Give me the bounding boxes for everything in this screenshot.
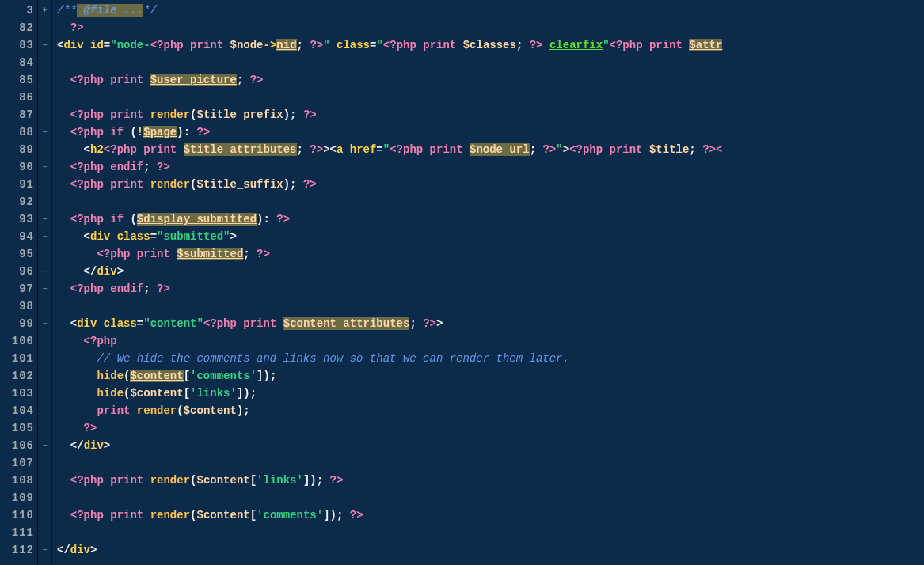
fold-toggle-icon[interactable]: −	[38, 315, 51, 332]
php-open-token: <?php	[70, 474, 110, 487]
line-number: 110	[0, 506, 34, 524]
line-number: 112	[0, 541, 34, 559]
line-number: 96	[0, 263, 34, 280]
php-close-token: ?>	[197, 126, 211, 138]
variable-token: $node	[230, 39, 264, 51]
php-close-token: ?>	[542, 143, 556, 156]
variable-token: $title	[649, 143, 689, 156]
fold-toggle-icon[interactable]: −	[38, 263, 51, 280]
code-line[interactable]: </div>	[57, 437, 924, 454]
fold-marker	[38, 176, 51, 193]
code-line[interactable]: <?php endif; ?>	[57, 280, 924, 298]
line-number: 97	[0, 280, 34, 298]
code-line[interactable]: <div id="node-<?php print $node->nid; ?>…	[57, 36, 924, 54]
fold-marker	[38, 19, 51, 36]
php-close-token: ?>	[530, 39, 543, 51]
keyword-token: print	[110, 474, 150, 487]
tag-token: h2	[90, 143, 104, 156]
keyword-token: print	[110, 178, 150, 191]
line-number: 111	[0, 524, 34, 541]
code-line[interactable]: <?php if (!$page): ?>	[57, 123, 924, 141]
code-line[interactable]	[57, 193, 924, 210]
fold-toggle-icon[interactable]: −	[38, 123, 51, 141]
code-line[interactable]: <div class="submitted">	[57, 228, 924, 245]
comment-token: // We hide the comments and links now so…	[97, 352, 569, 365]
php-close-token: ?>	[423, 317, 436, 330]
php-open-token: <?php	[84, 335, 117, 347]
line-number: 90	[0, 158, 34, 176]
php-close-token: ?>	[350, 509, 363, 521]
code-line[interactable]	[57, 454, 924, 472]
code-line[interactable]: hide($content['comments']);	[57, 367, 924, 385]
code-line[interactable]: <?php print render($content['comments'])…	[57, 506, 924, 524]
code-line[interactable]	[57, 524, 924, 541]
code-line[interactable]: /** @file ...*/	[57, 2, 924, 19]
highlighted-variable-token: $content_attributes	[283, 317, 410, 330]
tag-token: div	[97, 265, 116, 278]
variable-token: $classes	[463, 39, 516, 51]
tag-token: div	[77, 317, 97, 330]
code-line[interactable]: <?php print $submitted; ?>	[57, 245, 924, 263]
code-line[interactable]: // We hide the comments and links now so…	[57, 350, 924, 367]
fold-marker	[38, 54, 51, 71]
code-line[interactable]: ?>	[57, 419, 924, 437]
line-number: 86	[0, 89, 34, 106]
fold-toggle-icon[interactable]: −	[38, 158, 51, 176]
code-line[interactable]: <?php print render($content['links']); ?…	[57, 472, 924, 489]
php-open-token: <?php	[70, 213, 110, 226]
string-token: clearfix	[549, 39, 603, 51]
code-line[interactable]: ?>	[57, 19, 924, 36]
line-number: 103	[0, 385, 34, 402]
php-open-token: <?php	[70, 126, 110, 138]
highlighted-property-token: nid	[276, 39, 296, 51]
line-number: 3	[0, 2, 34, 19]
line-number: 83	[0, 36, 34, 54]
fold-toggle-icon[interactable]: +	[38, 2, 51, 19]
fold-marker	[38, 89, 51, 106]
code-line[interactable]: <?php	[57, 332, 924, 350]
code-line[interactable]	[57, 54, 924, 71]
fold-toggle-icon[interactable]: −	[38, 36, 51, 54]
php-close-token: ?>	[276, 213, 290, 226]
fold-marker	[38, 472, 51, 489]
code-line[interactable]: hide($content['links']);	[57, 385, 924, 402]
function-token: hide	[97, 370, 124, 382]
variable-token: $content	[196, 509, 249, 521]
code-line[interactable]: <?php print $user_picture; ?>	[57, 71, 924, 89]
fold-gutter: + − − − − − − − − − −	[38, 0, 52, 565]
code-line[interactable]: <h2<?php print $title_attributes; ?>><a …	[57, 141, 924, 158]
fold-marker	[38, 245, 51, 263]
code-line[interactable]: <?php endif; ?>	[57, 158, 924, 176]
line-number: 101	[0, 350, 34, 367]
code-line[interactable]	[57, 298, 924, 315]
fold-marker	[38, 489, 51, 506]
code-line[interactable]: </div>	[57, 263, 924, 280]
fold-toggle-icon[interactable]: −	[38, 210, 51, 228]
php-open-token: <?php	[70, 282, 110, 295]
code-line[interactable]: <?php print render($title_suffix); ?>	[57, 176, 924, 193]
code-line[interactable]: <?php print render($title_prefix); ?>	[57, 106, 924, 123]
fold-toggle-icon[interactable]: −	[38, 541, 51, 559]
attr-token: class	[104, 317, 137, 330]
code-line[interactable]: <?php if ($display_submitted): ?>	[57, 210, 924, 228]
line-number: 109	[0, 489, 34, 506]
code-line[interactable]: <div class="content"<?php print $content…	[57, 315, 924, 332]
fold-marker	[38, 71, 51, 89]
fold-toggle-icon[interactable]: −	[38, 280, 51, 298]
line-number: 94	[0, 228, 34, 245]
keyword-token: print	[430, 143, 470, 156]
string-token: content	[150, 317, 197, 330]
php-close-token: ?>	[250, 74, 264, 86]
code-line[interactable]	[57, 89, 924, 106]
code-line[interactable]: </div>	[57, 541, 924, 559]
fold-toggle-icon[interactable]: −	[38, 437, 51, 454]
php-close-token: ?>	[84, 422, 97, 434]
code-line[interactable]	[57, 489, 924, 506]
keyword-token: print	[110, 509, 150, 521]
tag-token: div	[84, 439, 104, 452]
php-close-token: ?>	[257, 248, 270, 260]
code-line[interactable]: print render($content);	[57, 402, 924, 419]
fold-toggle-icon[interactable]: −	[38, 228, 51, 245]
code-editor[interactable]: /** @file ...*/ ?> <div id="node-<?php p…	[52, 0, 924, 565]
variable-token: $title_suffix	[196, 178, 283, 191]
